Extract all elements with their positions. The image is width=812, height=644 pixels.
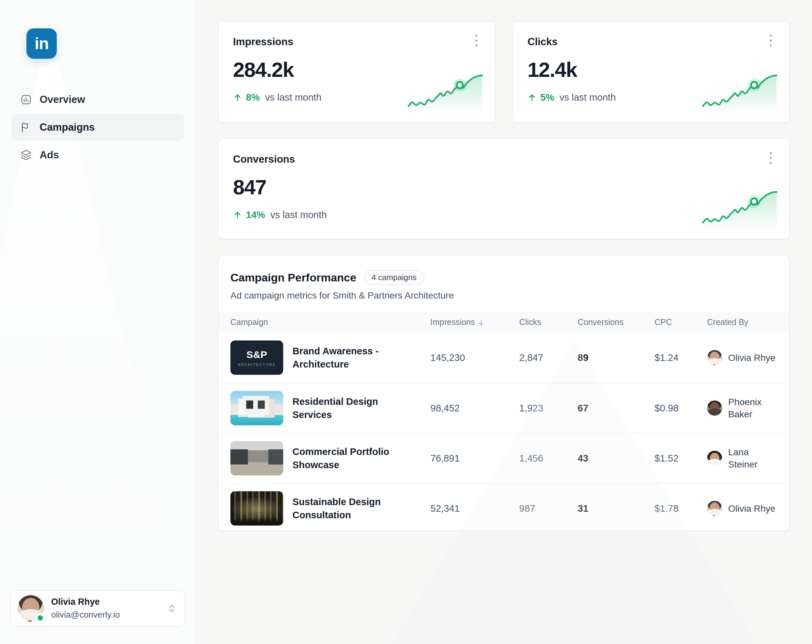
sparkline-chart [702, 189, 777, 231]
sidebar: in Overview Campaigns [0, 0, 195, 644]
stat-title: Impressions [233, 36, 480, 48]
kebab-menu-button[interactable] [762, 30, 779, 51]
layers-icon [20, 149, 32, 161]
cell-cpc: $1.24 [655, 352, 707, 363]
created-by-name: Lana Steiner [728, 446, 777, 470]
created-by-name: Olivia Rhye [728, 502, 775, 515]
campaign-name: Commercial Portfolio Showcase [293, 445, 401, 472]
linkedin-logo: in [26, 28, 57, 59]
kebab-menu-button[interactable] [468, 30, 485, 51]
column-header-impressions[interactable]: Impressions [430, 317, 519, 327]
cell-impressions: 52,341 [430, 503, 519, 514]
avatar-lana-steiner [707, 451, 722, 466]
campaign-thumbnail-forest [230, 491, 283, 525]
cell-conversions: 67 [578, 403, 655, 414]
cell-impressions: 98,452 [430, 403, 519, 414]
campaign-cell: S&P ARCHITECTURE Brand Awareness - Archi… [230, 341, 430, 375]
created-by-cell: Phoenix Baker [707, 396, 777, 420]
stat-change-row: 14% vs last month [233, 210, 775, 221]
stat-change-value: 8% [246, 92, 260, 103]
stat-card-conversions: Conversions 847 14% vs last month [218, 138, 790, 239]
stat-change-value: 14% [246, 210, 265, 221]
campaign-cell: Commercial Portfolio Showcase [230, 441, 430, 475]
cell-clicks: 1,923 [519, 403, 578, 414]
created-by-name: Olivia Rhye [728, 352, 775, 364]
online-status-dot [36, 614, 44, 622]
cell-conversions: 31 [578, 503, 655, 514]
table-row-commercial-portfolio[interactable]: Commercial Portfolio Showcase 76,891 1,4… [218, 433, 789, 483]
campaign-name: Brand Awareness - Architecture [293, 344, 401, 371]
stat-change-suffix: vs last month [265, 92, 322, 103]
sp-logo-subtext: ARCHITECTURE [238, 362, 276, 367]
campaign-performance-card: Campaign Performance 4 campaigns Ad camp… [218, 255, 790, 531]
avatar-phoenix-baker [707, 400, 722, 416]
cell-impressions: 145,230 [430, 352, 519, 363]
column-header-created-by: Created By [707, 317, 777, 327]
campaign-performance-subtitle: Ad campaign metrics for Smith & Partners… [230, 290, 777, 301]
stat-change-suffix: vs last month [270, 210, 327, 221]
sidebar-nav: Overview Campaigns Ads [12, 87, 184, 168]
campaign-cell: Sustainable Design Consultation [230, 491, 430, 525]
campaign-count-badge: 4 campaigns [364, 270, 424, 285]
campaign-performance-title: Campaign Performance [230, 271, 357, 284]
user-name: Olivia Rhye [51, 597, 167, 607]
cell-clicks: 1,456 [519, 453, 578, 464]
stat-change-value: 5% [540, 92, 554, 103]
sidebar-item-label: Ads [40, 149, 59, 161]
campaign-cell: Residential Design Services [230, 391, 430, 425]
column-header-clicks: Clicks [519, 317, 578, 327]
table-header: Campaign Impressions Clicks Conversions … [218, 312, 789, 333]
stat-card-impressions: Impressions 284.2k 8% vs last month [218, 21, 496, 123]
created-by-name: Phoenix Baker [728, 396, 777, 420]
arrow-up-icon [233, 210, 242, 219]
created-by-cell: Lana Steiner [707, 446, 777, 470]
campaign-thumbnail-residential [230, 391, 283, 425]
sp-logo-text: S&P [246, 349, 267, 360]
column-header-conversions: Conversions [578, 317, 655, 327]
dashboard-screen: in Overview Campaigns [0, 0, 812, 644]
sidebar-item-campaigns[interactable]: Campaigns [12, 114, 184, 140]
cell-cpc: $1.52 [655, 453, 707, 464]
sparkline-chart [408, 73, 483, 114]
user-avatar-wrap [17, 595, 44, 621]
table-row-sustainable-design[interactable]: Sustainable Design Consultation 52,341 9… [218, 483, 789, 533]
sparkline-chart [702, 73, 777, 114]
sort-descending-icon [478, 319, 485, 326]
campaign-name: Sustainable Design Consultation [293, 495, 401, 522]
avatar-olivia-rhye [707, 501, 722, 516]
stat-change-suffix: vs last month [560, 92, 616, 103]
sidebar-item-ads[interactable]: Ads [12, 142, 184, 168]
cell-conversions: 89 [578, 352, 655, 363]
user-texts: Olivia Rhye olivia@converly.io [51, 597, 167, 620]
created-by-cell: Olivia Rhye [707, 350, 777, 365]
sidebar-item-overview[interactable]: Overview [12, 87, 184, 113]
cell-clicks: 2,847 [519, 352, 578, 363]
kebab-menu-button[interactable] [762, 148, 779, 169]
column-header-cpc: CPC [655, 317, 707, 327]
linkedin-logo-text: in [35, 34, 49, 53]
user-email: olivia@converly.io [51, 610, 167, 620]
cell-conversions: 43 [578, 453, 655, 464]
column-header-label: Impressions [430, 317, 475, 327]
chevron-selector-icon [167, 603, 177, 613]
arrow-up-icon [233, 93, 242, 102]
flag-icon [20, 122, 32, 133]
campaign-name: Residential Design Services [293, 395, 401, 421]
cell-impressions: 76,891 [430, 453, 519, 464]
table-row-brand-awareness[interactable]: S&P ARCHITECTURE Brand Awareness - Archi… [218, 333, 789, 383]
stat-value: 847 [233, 175, 775, 199]
cell-cpc: $1.78 [655, 503, 707, 514]
arrow-up-icon [528, 93, 536, 102]
avatar-olivia-rhye [707, 350, 722, 365]
column-header-campaign: Campaign [230, 317, 430, 327]
stat-title: Conversions [233, 154, 775, 165]
bar-chart-icon [20, 94, 32, 105]
cell-cpc: $0.98 [655, 403, 707, 414]
user-menu[interactable]: Olivia Rhye olivia@converly.io [10, 590, 185, 627]
campaign-thumbnail-commercial [230, 441, 283, 475]
campaign-thumbnail-sp-architecture: S&P ARCHITECTURE [230, 341, 283, 375]
table-row-residential-design[interactable]: Residential Design Services 98,452 1,923… [218, 383, 789, 433]
sidebar-item-label: Overview [40, 94, 85, 105]
cell-clicks: 987 [519, 503, 578, 514]
stat-card-clicks: Clicks 12.4k 5% vs last month [512, 21, 790, 123]
